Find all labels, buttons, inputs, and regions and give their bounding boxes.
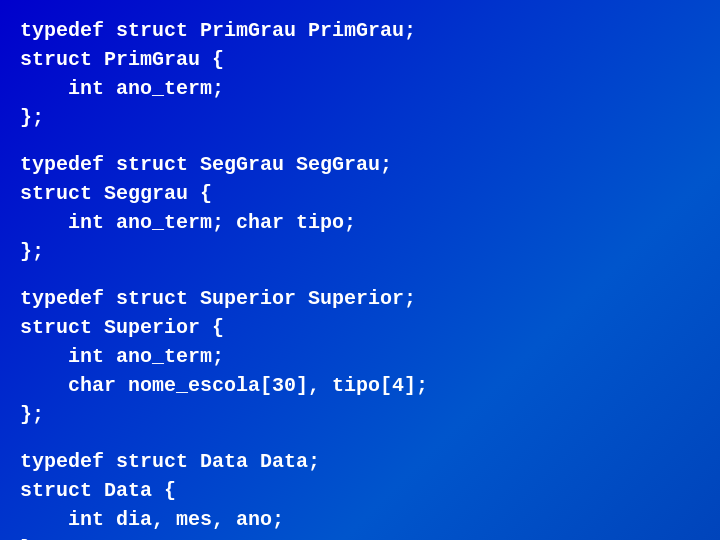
- code-display: typedef struct PrimGrau PrimGrau; struct…: [20, 10, 428, 540]
- code-section-superior: typedef struct Superior Superior; struct…: [20, 284, 428, 429]
- code-section-data: typedef struct Data Data; struct Data { …: [20, 447, 428, 540]
- code-section-seg_grau: typedef struct SegGrau SegGrau; struct S…: [20, 150, 428, 266]
- code-section-prim_grau: typedef struct PrimGrau PrimGrau; struct…: [20, 16, 428, 132]
